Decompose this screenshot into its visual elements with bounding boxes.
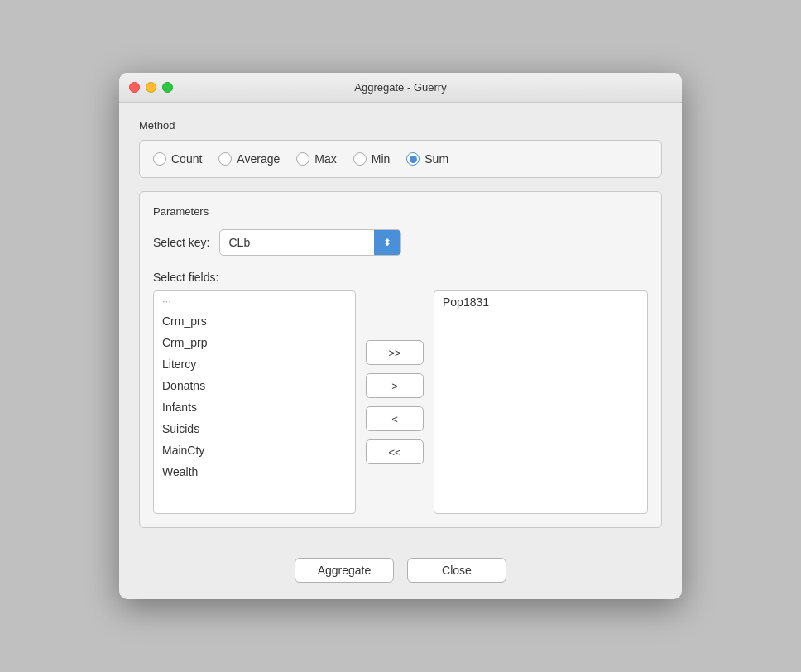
traffic-lights: [129, 82, 173, 93]
available-fields-list[interactable]: ··· Crm_prs Crm_prp Litercy Donatns Infa…: [153, 290, 356, 514]
parameters-section: Parameters Select key: CLb ⬍ Select fiel…: [139, 191, 662, 528]
radio-count[interactable]: Count: [153, 152, 202, 166]
radio-average-label: Average: [237, 152, 280, 166]
select-fields-label: Select fields:: [153, 271, 648, 284]
bottom-bar: Aggregate Close: [119, 545, 682, 599]
scroll-indicator: ···: [154, 291, 355, 310]
move-left-button[interactable]: <: [366, 406, 424, 431]
close-button[interactable]: Close: [407, 558, 506, 583]
radio-average[interactable]: Average: [218, 152, 280, 166]
close-button[interactable]: [129, 82, 140, 93]
selected-fields-list[interactable]: Pop1831: [434, 290, 648, 514]
arrow-buttons: >> > < <<: [366, 340, 424, 464]
radio-count-circle: [153, 152, 166, 166]
move-right-button[interactable]: >: [366, 373, 424, 398]
select-key-value: CLb: [220, 232, 374, 253]
list-item[interactable]: Crm_prp: [154, 332, 355, 353]
content: Method Count Average: [119, 103, 682, 545]
radio-count-label: Count: [171, 152, 202, 166]
selected-list-item[interactable]: Pop1831: [434, 291, 647, 313]
select-key-dropdown-button[interactable]: ⬍: [374, 230, 400, 255]
move-all-right-button[interactable]: >>: [366, 340, 424, 365]
list-item[interactable]: Wealth: [154, 461, 355, 482]
select-key-row: Select key: CLb ⬍: [153, 229, 648, 256]
minimize-button[interactable]: [146, 82, 156, 93]
radio-sum-label: Sum: [424, 152, 448, 166]
select-key-label: Select key:: [153, 236, 209, 249]
method-box: Count Average Max Min: [139, 140, 662, 178]
main-window: Aggregate - Guerry Method Count Average: [119, 73, 682, 599]
parameters-label: Parameters: [153, 205, 648, 218]
select-key-dropdown[interactable]: CLb ⬍: [219, 229, 401, 256]
radio-min-label: Min: [372, 152, 391, 166]
radio-average-circle: [218, 152, 232, 166]
method-section: Method Count Average: [139, 119, 662, 178]
list-item[interactable]: Crm_prs: [154, 310, 355, 332]
radio-max[interactable]: Max: [296, 152, 336, 166]
radio-max-label: Max: [314, 152, 336, 166]
list-item[interactable]: Infants: [154, 396, 355, 418]
chevron-updown-icon: ⬍: [383, 238, 391, 247]
list-item[interactable]: Suicids: [154, 418, 355, 439]
radio-sum-circle: [406, 152, 420, 166]
fields-row: ··· Crm_prs Crm_prp Litercy Donatns Infa…: [153, 290, 648, 514]
move-all-left-button[interactable]: <<: [366, 439, 424, 464]
list-item[interactable]: Donatns: [154, 375, 355, 396]
radio-max-circle: [296, 152, 309, 166]
radio-min-circle: [353, 152, 367, 166]
radio-min[interactable]: Min: [353, 152, 391, 166]
window-title: Aggregate - Guerry: [354, 81, 446, 94]
radio-sum[interactable]: Sum: [406, 152, 448, 166]
list-item[interactable]: Litercy: [154, 353, 355, 375]
method-label: Method: [139, 119, 662, 132]
maximize-button[interactable]: [162, 82, 173, 93]
titlebar: Aggregate - Guerry: [119, 73, 682, 103]
radio-group: Count Average Max Min: [153, 152, 448, 166]
list-item[interactable]: MainCty: [154, 439, 355, 461]
aggregate-button[interactable]: Aggregate: [295, 558, 394, 583]
